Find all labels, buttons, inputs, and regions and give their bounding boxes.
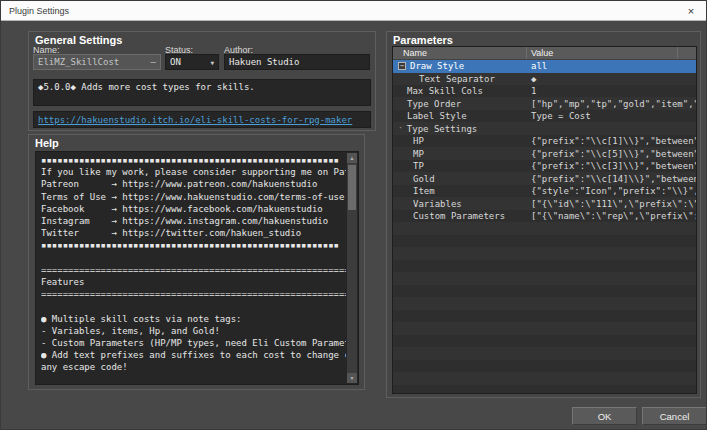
parameters-table-header: Name Value	[393, 47, 696, 60]
parameter-row[interactable]: HP{"prefix":"\\c[1]\\}","between":…	[393, 135, 696, 148]
parameter-value: ["{\"name\":\"rep\",\"prefix\":(\…	[527, 211, 696, 221]
scroll-up-icon[interactable]: ▲	[347, 153, 357, 163]
parameter-name-label: Variables	[413, 199, 462, 209]
parameter-name: Max Skill Cols	[393, 86, 527, 96]
window-title: Plugin Settings	[1, 6, 69, 16]
close-icon[interactable]: ×	[676, 1, 706, 20]
column-header-name[interactable]: Name	[393, 47, 527, 59]
plugin-settings-dialog: Plugin Settings × General Settings Name:…	[0, 0, 707, 430]
ok-button[interactable]: OK	[572, 407, 637, 425]
parameter-row[interactable]: Text Separator◆	[393, 73, 696, 86]
parameter-row[interactable]: Gold{"prefix":"\\c[14]\\}","between"…	[393, 173, 696, 186]
parameter-value: ["hp","mp","tp","gold","item","v…	[527, 99, 696, 109]
parameter-name-label: MP	[413, 149, 424, 159]
status-value: ON	[170, 57, 206, 67]
parameter-row[interactable]: Max Skill Cols1	[393, 85, 696, 98]
parameter-name: Label Style	[393, 111, 527, 121]
parameter-row[interactable]: Label StyleType = Cost	[393, 110, 696, 123]
parameter-name: −Draw Style	[393, 61, 527, 71]
collapse-expander-icon[interactable]: −	[398, 62, 406, 70]
parameter-name-label: Gold	[413, 174, 435, 184]
parameter-name: Type Order	[393, 99, 527, 109]
parameter-name: Gold	[393, 174, 527, 184]
dialog-body: General Settings Name: EliMZ_SkillCost —…	[1, 21, 707, 430]
parameter-value: all	[527, 61, 696, 71]
parameters-title: Parameters	[393, 34, 453, 46]
parameter-name: Text Separator	[393, 74, 527, 84]
parameter-name-label: Max Skill Cols	[407, 86, 483, 96]
parameter-row[interactable]: TP{"prefix":"\\c[3]\\}","between":…	[393, 160, 696, 173]
parameter-row[interactable]: MP{"prefix":"\\c[5]\\}","between":…	[393, 148, 696, 161]
plugin-name-value: EliMZ_SkillCost	[38, 57, 151, 67]
chevron-down-icon[interactable]: ▼	[210, 59, 214, 66]
link-box: https://hakuenstudio.itch.io/eli-skill-c…	[33, 111, 371, 128]
column-header-extra	[678, 47, 696, 59]
parameter-name-label: Text Separator	[419, 74, 495, 84]
parameter-name-label: Item	[413, 186, 435, 196]
parameter-name: MP	[393, 149, 527, 159]
parameter-name: Item	[393, 186, 527, 196]
parameter-value: {"prefix":"\\c[14]\\}","between"…	[527, 174, 696, 184]
parameter-value: {"prefix":"\\c[5]\\}","between":…	[527, 149, 696, 159]
parameter-value: Type = Cost	[527, 111, 696, 121]
parameter-name: TP	[393, 161, 527, 171]
plugin-link[interactable]: https://hakuenstudio.itch.io/eli-skill-c…	[38, 115, 352, 125]
scrollbar-thumb[interactable]	[348, 165, 356, 210]
help-title: Help	[35, 137, 59, 149]
parameter-row[interactable]: −Draw Styleall	[393, 60, 696, 73]
parameter-value: ["{\"id\":\"111\",\"prefix\":\"(\…	[527, 199, 696, 209]
parameter-name: HP	[393, 136, 527, 146]
parameters-group: Parameters Name Value −Draw StyleallText…	[386, 31, 701, 398]
parameter-name: Variables	[393, 199, 527, 209]
parameter-row[interactable]: Custom Parameters["{\"name\":\"rep\",\"p…	[393, 210, 696, 223]
help-group: Help ▪▪▪▪▪▪▪▪▪▪▪▪▪▪▪▪▪▪▪▪▪▪▪▪▪▪▪▪▪▪▪▪▪▪▪…	[28, 134, 365, 390]
help-text: ▪▪▪▪▪▪▪▪▪▪▪▪▪▪▪▪▪▪▪▪▪▪▪▪▪▪▪▪▪▪▪▪▪▪▪▪▪▪▪▪…	[41, 154, 346, 382]
help-scrollbar[interactable]: ▲ ▼	[347, 153, 357, 383]
author-field[interactable]: Hakuen Studio	[224, 54, 370, 70]
branch-expander-icon[interactable]: ·	[398, 124, 403, 133]
parameter-value: {"prefix":"\\c[1]\\}","between":…	[527, 136, 696, 146]
parameter-row[interactable]: Variables["{\"id\":\"111\",\"prefix\":\"…	[393, 198, 696, 211]
parameter-name-label: TP	[413, 161, 424, 171]
parameter-value: {"prefix":"\\c[3]\\}","between":…	[527, 161, 696, 171]
parameter-row[interactable]: ·Type Settings	[393, 123, 696, 136]
column-header-value[interactable]: Value	[527, 47, 678, 59]
parameter-value: {"style":"Icon","prefix":"\\}","…	[527, 186, 696, 196]
parameters-table-body: −Draw StyleallText Separator◆Max Skill C…	[393, 60, 696, 393]
plugin-description: ◆5.0.0◆ Adds more cost types for skills.	[33, 79, 371, 106]
general-settings-group: General Settings Name: EliMZ_SkillCost —…	[28, 31, 376, 131]
name-dash: —	[151, 57, 156, 67]
parameter-name-label: HP	[413, 136, 424, 146]
parameter-row[interactable]: Item{"style":"Icon","prefix":"\\}","…	[393, 185, 696, 198]
parameter-name-label: Type Settings	[407, 124, 477, 134]
cancel-button[interactable]: Cancel	[642, 407, 707, 425]
parameter-name-label: Draw Style	[410, 61, 464, 71]
parameter-name-label: Custom Parameters	[413, 211, 505, 221]
author-value: Hakuen Studio	[229, 57, 365, 67]
help-box: ▪▪▪▪▪▪▪▪▪▪▪▪▪▪▪▪▪▪▪▪▪▪▪▪▪▪▪▪▪▪▪▪▪▪▪▪▪▪▪▪…	[35, 151, 359, 385]
parameter-value: ◆	[527, 74, 696, 84]
parameter-name-label: Label Style	[407, 111, 467, 121]
parameter-name-label: Type Order	[407, 99, 461, 109]
title-bar[interactable]: Plugin Settings ×	[1, 1, 706, 21]
scroll-down-icon[interactable]: ▼	[347, 373, 357, 383]
parameter-value: 1	[527, 86, 696, 96]
parameter-name: Custom Parameters	[393, 211, 527, 221]
parameters-table: Name Value −Draw StyleallText Separator◆…	[392, 46, 697, 394]
parameter-row[interactable]: Type Order["hp","mp","tp","gold","item",…	[393, 98, 696, 111]
parameter-name: ·Type Settings	[393, 124, 527, 134]
plugin-name-field[interactable]: EliMZ_SkillCost —	[33, 54, 161, 70]
status-dropdown[interactable]: ON ▼	[165, 54, 219, 70]
